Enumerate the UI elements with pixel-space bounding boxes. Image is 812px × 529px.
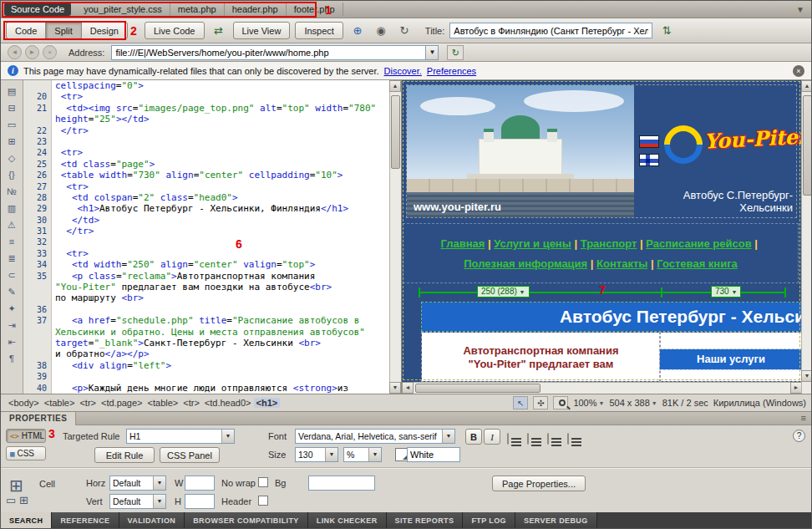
stop-icon[interactable]: × — [43, 45, 57, 59]
tag-selector-item[interactable]: <table> — [145, 398, 181, 408]
targeted-rule-select[interactable]: H1▼ — [126, 429, 235, 444]
code-line[interactable]: cellspacing="0"> — [23, 80, 389, 91]
bg-color-field[interactable] — [308, 476, 375, 491]
live-view-button[interactable]: Live View — [233, 22, 291, 39]
code-line[interactable]: 21 <td><img src="images/page_top.png" al… — [23, 103, 389, 114]
refresh-design-view-icon[interactable]: ↻ — [395, 22, 414, 39]
scroll-up-icon[interactable]: ▲ — [801, 80, 812, 92]
code-line[interactable]: 23 — [23, 136, 389, 147]
cell-width-field[interactable] — [185, 476, 215, 491]
tag-selector-item[interactable]: <h1> — [254, 398, 281, 408]
code-line[interactable]: 24 <tr> — [23, 147, 389, 158]
tag-selector-item[interactable]: <table> — [42, 398, 78, 408]
design-view-pane[interactable]: www.you-piter.ru You-Piter Автобус С.Пет… — [401, 80, 812, 394]
live-code-button[interactable]: Live Code — [145, 22, 205, 39]
align-center-button[interactable] — [527, 433, 529, 445]
site-nav-link[interactable]: Полезная информация — [464, 257, 587, 270]
related-file-tab[interactable]: you_piter_style.css — [76, 3, 170, 16]
inspect-button[interactable]: Inspect — [295, 22, 343, 39]
results-tab-link-checker[interactable]: LINK CHECKER — [308, 512, 387, 529]
vert-align-select[interactable]: Default▼ — [109, 494, 166, 509]
merge-cells-icon[interactable]: ▭ — [6, 494, 16, 506]
code-line[interactable]: 28 <td colspan="2" class="head0"> — [23, 192, 389, 203]
code-line[interactable]: 22 </tr> — [23, 125, 389, 136]
scroll-left-icon[interactable]: ◄ — [402, 382, 414, 394]
code-line[interactable]: 39 — [23, 371, 389, 382]
panel-menu-icon[interactable]: ≡ — [801, 413, 806, 423]
open-documents-icon[interactable]: ▤ — [3, 82, 21, 99]
site-nav-link[interactable]: Контакты — [596, 257, 647, 270]
scroll-down-icon[interactable]: ▼ — [389, 382, 401, 394]
tag-selector-item[interactable]: <body> — [6, 398, 42, 408]
document-title-input[interactable] — [449, 23, 652, 38]
window-size-select[interactable]: 504 x 388▼ — [609, 398, 657, 408]
visual-aids-icon[interactable]: ◉ — [372, 22, 390, 39]
expand-all-icon[interactable]: ⊞ — [3, 132, 21, 149]
zoom-tool-icon[interactable] — [553, 396, 568, 409]
design-scroll-thumb[interactable] — [803, 95, 812, 196]
code-line[interactable]: 37 <a href="schedule.php" title="Расписа… — [23, 315, 389, 326]
apply-comment-icon[interactable]: ≡ — [3, 232, 21, 249]
filter-related-files-icon[interactable]: ▼ — [796, 5, 808, 14]
bold-button[interactable]: B — [465, 429, 482, 445]
header-checkbox[interactable] — [258, 496, 268, 506]
code-view-button[interactable]: Code — [6, 22, 46, 39]
reclama-cell[interactable]: Автотранспортная компания "You-Piter" пр… — [422, 333, 660, 381]
help-icon[interactable]: ? — [793, 430, 805, 442]
results-tab-search[interactable]: SEARCH — [1, 512, 52, 529]
forward-icon[interactable]: ► — [25, 45, 39, 59]
balance-braces-icon[interactable]: {} — [3, 165, 21, 182]
css-panel-button[interactable]: CSS Panel — [160, 447, 220, 463]
preferences-link[interactable]: Preferences — [427, 66, 476, 76]
highlight-invalid-code-icon[interactable]: ▥ — [3, 199, 21, 216]
select-tool-icon[interactable]: ↖ — [513, 396, 528, 409]
align-justify-button[interactable] — [567, 433, 569, 445]
code-line[interactable]: 20 <tr> — [23, 91, 389, 102]
align-right-button[interactable] — [547, 433, 549, 445]
scroll-down-icon[interactable]: ▼ — [801, 370, 812, 382]
code-line[interactable]: 29 <h1>Автобус Петербург - Хельсинки, Фи… — [23, 203, 389, 214]
line-numbers-icon[interactable]: № — [3, 182, 21, 199]
properties-panel-tab[interactable]: PROPERTIES — [1, 412, 76, 425]
code-line[interactable]: 31 </tr> — [23, 226, 389, 237]
related-file-tab[interactable]: meta.php — [170, 3, 225, 16]
html-mode-button[interactable]: <> HTML — [6, 429, 46, 443]
text-color-field[interactable] — [407, 447, 460, 462]
code-vertical-scrollbar[interactable]: ▲ ▼ — [389, 80, 401, 394]
discover-link[interactable]: Discover. — [384, 66, 422, 76]
file-sync-icon[interactable]: ⇄ — [210, 22, 228, 39]
code-line[interactable]: 25 <td class="page"> — [23, 159, 389, 170]
design-vertical-scrollbar[interactable]: ▲ ▼ — [801, 80, 812, 394]
code-line[interactable]: 34 <td width="250" align="center" valign… — [23, 259, 389, 270]
file-management-icon[interactable]: ⇅ — [657, 22, 676, 39]
edit-rule-button[interactable]: Edit Rule — [94, 447, 155, 463]
source-code-tab[interactable]: Source Code — [4, 3, 71, 16]
split-view-button[interactable]: Split — [45, 22, 81, 39]
results-tab-server-debug[interactable]: SERVER DEBUG — [515, 512, 597, 529]
reload-page-icon[interactable]: ↻ — [447, 45, 464, 60]
table-width-menu[interactable]: 730 ▼ — [711, 286, 741, 298]
results-tab-ftp-log[interactable]: FTP LOG — [463, 512, 515, 529]
no-wrap-checkbox[interactable] — [258, 477, 268, 487]
hand-tool-icon[interactable]: ✣ — [533, 396, 548, 409]
site-nav-link[interactable]: Расписание рейсов — [646, 237, 751, 250]
collapse-selection-icon[interactable]: ▭ — [3, 115, 21, 132]
design-view-button[interactable]: Design — [81, 22, 128, 39]
column-width-menu[interactable]: 250 (288) ▼ — [477, 286, 530, 298]
design-hscroll-thumb[interactable] — [415, 384, 540, 393]
site-nav-link[interactable]: Гостевая книга — [657, 257, 738, 270]
format-source-code-icon[interactable]: ¶ — [3, 349, 21, 366]
code-line[interactable]: 38 <div align="left"> — [23, 360, 389, 371]
align-left-button[interactable] — [507, 433, 509, 445]
code-line[interactable]: 26 <table width="730" align="center" cel… — [23, 170, 389, 181]
code-view-pane[interactable]: cellspacing="0">20 <tr>21 <td><img src="… — [23, 80, 401, 394]
code-editor[interactable]: cellspacing="0">20 <tr>21 <td><img src="… — [23, 80, 389, 394]
tag-selector-item[interactable]: <td.head0> — [202, 398, 254, 408]
page-properties-button[interactable]: Page Properties... — [492, 476, 586, 491]
code-line[interactable]: 40 <p>Каждый день многие люди отправляют… — [23, 383, 389, 394]
code-line[interactable]: и обратно</a></p> — [23, 348, 389, 359]
preview-in-browser-icon[interactable]: ⊕ — [348, 22, 367, 39]
size-select[interactable]: 130▼ — [295, 447, 338, 462]
font-select[interactable]: Verdana, Arial, Helvetica, sans-serif▼ — [295, 429, 455, 444]
site-nav-link[interactable]: Транспорт — [581, 237, 637, 250]
